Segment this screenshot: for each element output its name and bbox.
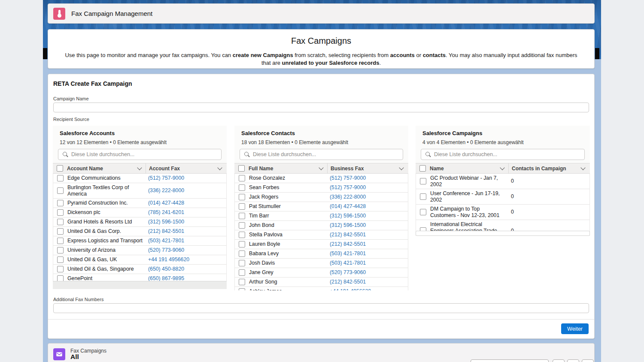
row-fax-link[interactable]: (212) 842-5501	[328, 278, 408, 287]
row-checkbox[interactable]	[420, 209, 426, 215]
row-checkbox[interactable]	[57, 219, 64, 225]
search-icon	[244, 152, 249, 156]
row-name: Pyramid Construction Inc.	[67, 199, 146, 208]
row-fax-link[interactable]: (336) 222-8000	[328, 193, 408, 202]
search-input[interactable]	[71, 149, 219, 160]
select-all-checkbox[interactable]	[419, 165, 426, 172]
campaign-name-input[interactable]	[53, 103, 589, 112]
row-checkbox[interactable]	[239, 175, 245, 181]
list-action-button[interactable]	[582, 359, 594, 362]
select-all-checkbox[interactable]	[57, 165, 63, 172]
row-fax-link[interactable]: (650) 450-8820	[146, 265, 226, 274]
column-header[interactable]: Full Name	[249, 163, 327, 173]
table-row: Ashley James+44 191 4956620	[235, 287, 408, 290]
search-box	[58, 149, 222, 160]
row-fax-link[interactable]: (312) 596-1500	[146, 217, 226, 226]
row-checkbox[interactable]	[57, 209, 64, 216]
row-fax-link[interactable]: (512) 757-9000	[146, 174, 226, 183]
table-header: Full Name Business Fax	[234, 163, 408, 174]
row-checkbox[interactable]	[57, 238, 64, 244]
row-checkbox[interactable]	[239, 260, 245, 266]
list-view-name[interactable]: All	[70, 353, 79, 361]
column-header[interactable]: Account Fax	[146, 163, 227, 173]
column-header[interactable]: Name	[430, 163, 508, 173]
row-checkbox[interactable]	[239, 194, 245, 200]
row-fax-link[interactable]: (503) 421-7801	[328, 259, 408, 268]
row-checkbox[interactable]	[239, 184, 245, 191]
row-checkbox[interactable]	[420, 193, 426, 200]
search-box	[240, 149, 403, 160]
row-fax-link[interactable]: +44 191 4956620	[328, 287, 408, 290]
row-name: United Oil & Gas Corp.	[67, 227, 146, 236]
horizontal-scrollbar[interactable]	[416, 231, 590, 236]
footer-divider	[48, 319, 594, 320]
row-checkbox[interactable]	[239, 241, 245, 247]
row-fax-link[interactable]: (212) 842-5501	[146, 227, 226, 236]
row-name: University of Arizona	[67, 246, 146, 255]
campaign-name-label: Campaign Name	[53, 96, 89, 101]
chevron-down-icon	[217, 165, 222, 170]
row-fax-link[interactable]: (212) 842-5501	[328, 240, 408, 249]
row-fax-link[interactable]: (503) 421-7801	[328, 249, 408, 258]
row-checkbox[interactable]	[57, 256, 64, 263]
row-checkbox[interactable]	[57, 175, 64, 181]
row-checkbox[interactable]	[239, 288, 245, 290]
row-fax-link[interactable]: +44 191 4956620	[146, 255, 226, 264]
row-checkbox[interactable]	[239, 222, 245, 229]
row-checkbox[interactable]	[420, 178, 426, 184]
row-name: Tim Barr	[249, 211, 328, 220]
search-input[interactable]	[253, 149, 400, 160]
page: Fax Campaign Management Fax Campaigns Us…	[0, 0, 644, 362]
search-input[interactable]	[434, 149, 582, 160]
panel-title: Salesforce Accounts	[60, 130, 220, 136]
row-checkbox[interactable]	[57, 200, 64, 206]
additional-fax-input[interactable]	[53, 303, 589, 313]
column-header[interactable]: Contacts in Campaign	[508, 163, 590, 173]
row-checkbox[interactable]	[239, 279, 245, 285]
chevron-down-icon	[500, 165, 504, 170]
row-checkbox[interactable]	[239, 250, 245, 257]
row-fax-link[interactable]: (520) 773-9060	[146, 246, 226, 255]
row-fax-link[interactable]: (014) 427-4428	[328, 202, 408, 211]
row-fax-link[interactable]: (312) 596-1500	[328, 221, 408, 230]
row-fax-link[interactable]: (014) 427-4428	[146, 199, 226, 208]
table-row: Dickenson plc(785) 241-6201	[53, 208, 226, 217]
row-fax-link[interactable]: (212) 842-5501	[328, 230, 408, 239]
row-name: Express Logistics and Transport	[67, 236, 146, 245]
row-fax-link[interactable]: (520) 773-9060	[328, 268, 408, 277]
row-fax-link[interactable]: (503) 421-7801	[146, 236, 226, 245]
row-name: Stella Pavlova	[249, 230, 328, 239]
row-fax-link[interactable]: (512) 757-9000	[328, 174, 408, 183]
row-name: Grand Hotels & Resorts Ltd	[67, 217, 146, 226]
row-checkbox[interactable]	[239, 232, 245, 238]
table-row: Tim Barr(312) 596-1500	[235, 211, 408, 221]
row-checkbox[interactable]	[239, 203, 245, 210]
row-fax-link[interactable]: (512) 757-9000	[328, 183, 408, 192]
row-checkbox[interactable]	[239, 269, 245, 276]
row-checkbox[interactable]	[57, 266, 64, 272]
select-all-checkbox[interactable]	[238, 165, 245, 172]
row-checkbox[interactable]	[57, 228, 64, 235]
table-row: Express Logistics and Transport(503) 421…	[53, 236, 226, 246]
panel-title: Salesforce Contacts	[241, 130, 401, 136]
row-checkbox[interactable]	[239, 213, 245, 219]
column-header[interactable]: Account Name	[67, 163, 146, 173]
table-header: Account Name Account Fax	[53, 163, 227, 174]
recipient-source-label: Recipient Source	[53, 117, 89, 122]
list-search-input[interactable]	[471, 359, 549, 362]
chevron-down-icon	[399, 165, 404, 170]
search-icon	[63, 152, 67, 156]
weiter-button[interactable]: Weiter	[561, 323, 589, 334]
list-action-button[interactable]	[567, 359, 579, 362]
accounts-panel: Salesforce Accounts 12 von 12 Elementen …	[53, 126, 227, 289]
column-header[interactable]: Business Fax	[327, 163, 408, 173]
row-name: United Oil & Gas, UK	[67, 255, 146, 264]
row-checkbox[interactable]	[57, 247, 64, 253]
row-fax-link[interactable]: (785) 241-6201	[146, 208, 226, 217]
horizontal-scrollbar[interactable]	[53, 281, 227, 289]
row-checkbox[interactable]	[57, 187, 64, 194]
row-fax-link[interactable]: (312) 596-1500	[328, 211, 408, 220]
list-action-button[interactable]	[553, 359, 565, 362]
table-row: Pat Stumuller(014) 427-4428	[235, 202, 408, 211]
row-fax-link[interactable]: (336) 222-8000	[146, 186, 226, 195]
